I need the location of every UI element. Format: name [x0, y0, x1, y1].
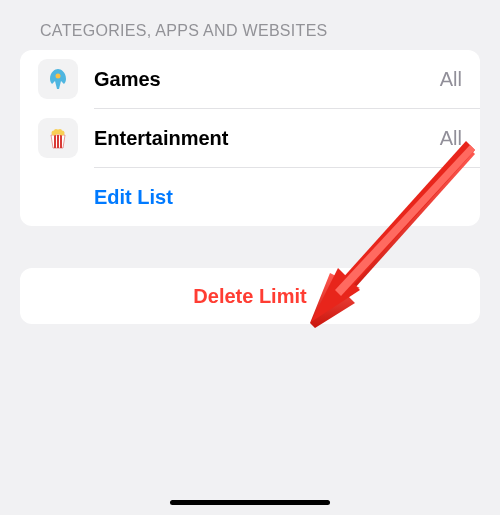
list-item-value: All: [440, 68, 462, 91]
rocket-icon: [38, 59, 78, 99]
edit-list-row[interactable]: Edit List: [20, 168, 480, 226]
list-row-games[interactable]: Games All: [20, 50, 480, 108]
svg-rect-2: [57, 135, 59, 148]
svg-point-8: [58, 129, 62, 133]
list-row-entertainment[interactable]: Entertainment All: [20, 109, 480, 167]
section-header: Categories, Apps and Websites: [0, 0, 500, 50]
list-item-label: Games: [94, 68, 440, 91]
svg-point-0: [56, 74, 61, 79]
popcorn-icon: [38, 118, 78, 158]
categories-card: Games All Entertainment All Edit List: [20, 50, 480, 226]
delete-limit-button[interactable]: Delete Limit: [20, 268, 480, 324]
svg-rect-3: [60, 135, 62, 148]
edit-list-link: Edit List: [94, 186, 173, 209]
svg-rect-1: [54, 135, 56, 148]
list-item-value: All: [440, 127, 462, 150]
home-indicator[interactable]: [170, 500, 330, 505]
delete-limit-label: Delete Limit: [193, 285, 306, 308]
svg-point-7: [54, 129, 58, 133]
list-item-label: Entertainment: [94, 127, 440, 150]
